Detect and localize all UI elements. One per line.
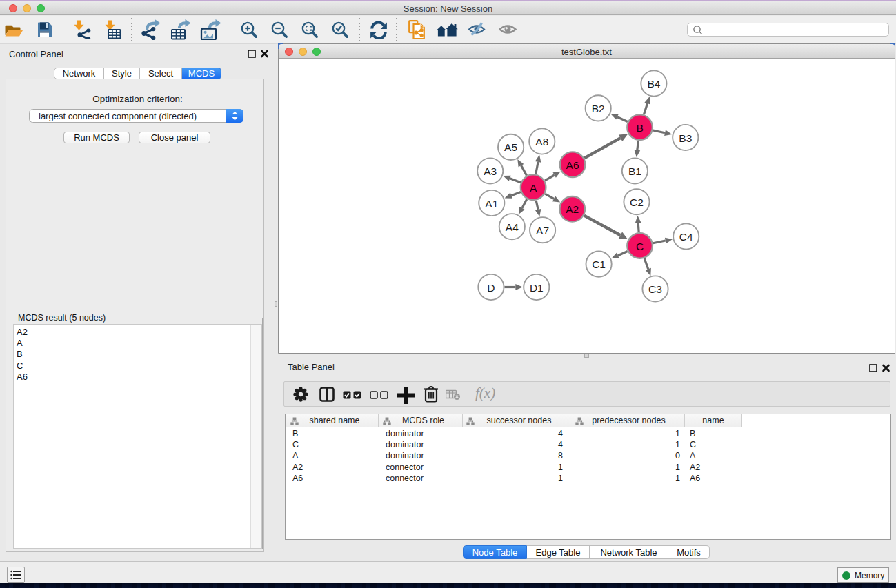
svg-text:A: A (530, 182, 537, 194)
svg-text:A7: A7 (536, 225, 549, 236)
svg-text:B3: B3 (679, 132, 692, 144)
svg-text:A2: A2 (566, 203, 579, 215)
svg-text:B2: B2 (592, 103, 605, 114)
svg-text:C4: C4 (679, 231, 693, 243)
svg-text:C3: C3 (648, 283, 662, 295)
svg-text:B1: B1 (628, 165, 641, 177)
svg-text:A4: A4 (506, 221, 519, 233)
svg-text:D1: D1 (530, 282, 544, 294)
svg-text:A8: A8 (535, 136, 548, 148)
svg-text:C1: C1 (592, 258, 606, 270)
svg-text:B: B (636, 122, 643, 134)
svg-text:D: D (487, 282, 495, 294)
svg-text:C2: C2 (630, 196, 644, 208)
svg-text:A3: A3 (484, 165, 497, 177)
svg-text:A6: A6 (566, 159, 579, 171)
svg-text:A1: A1 (485, 198, 498, 210)
svg-text:C: C (636, 241, 644, 252)
svg-text:A5: A5 (504, 141, 517, 153)
svg-text:B4: B4 (647, 78, 660, 90)
